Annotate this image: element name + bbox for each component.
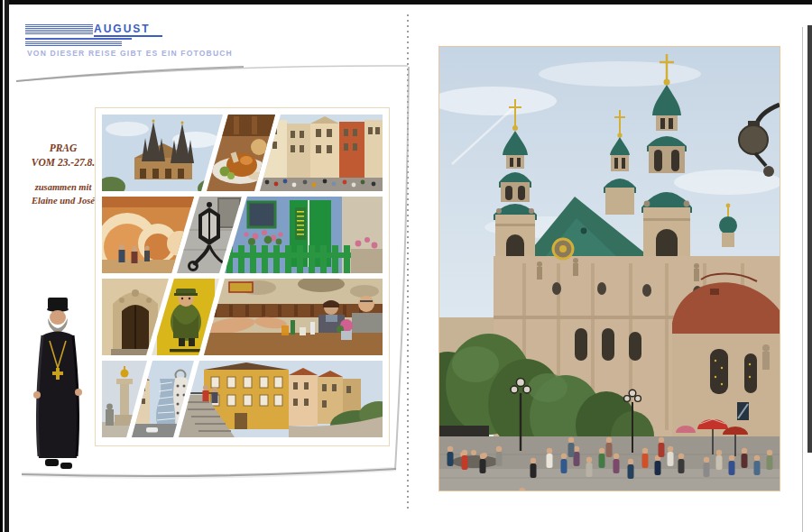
- full-page-photo-st-nicholas[interactable]: [438, 46, 780, 491]
- cutout-photo-priest[interactable]: [22, 296, 94, 474]
- gold-clock: [553, 239, 573, 259]
- collage-row-2: [102, 197, 383, 273]
- collage-photo-restaurant[interactable]: [204, 279, 383, 355]
- header-ornament-lines-bottom: [25, 41, 122, 47]
- page-right-edge-line: [802, 27, 803, 532]
- collage-row-1: [102, 115, 383, 191]
- month-underline: [94, 35, 162, 37]
- collage-photo-arcade[interactable]: [102, 197, 194, 273]
- photo-collage: [95, 107, 390, 446]
- collage-row-3: [102, 279, 383, 355]
- collage-photo-green-door[interactable]: [225, 197, 383, 273]
- month-title: AUGUST: [94, 23, 151, 35]
- header-ornament-lines-left: [25, 24, 93, 34]
- collage-photo-old-town-stairs[interactable]: [179, 361, 383, 437]
- apse-wall: [672, 334, 780, 436]
- collage-row-4: [102, 361, 383, 437]
- window-left-edge: [0, 0, 9, 532]
- collage-photo-tyn-church[interactable]: [102, 115, 223, 191]
- header-ornament-line-long: [25, 38, 132, 40]
- scrollbar-thumb[interactable]: [807, 25, 812, 453]
- window-top-edge: [0, 0, 812, 5]
- collage-photo-old-town-square[interactable]: [260, 115, 383, 191]
- photobook-spread: AUGUST VON DIESER REISE GIBT ES EIN FOTO…: [0, 0, 812, 532]
